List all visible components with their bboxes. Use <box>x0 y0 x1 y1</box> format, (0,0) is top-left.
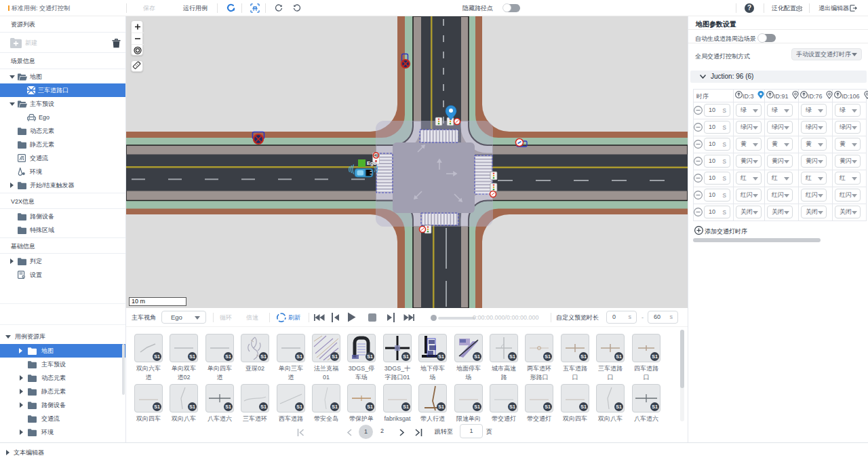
svg-text:Ego: Ego <box>367 160 377 166</box>
svg-text:40: 40 <box>374 154 378 157</box>
